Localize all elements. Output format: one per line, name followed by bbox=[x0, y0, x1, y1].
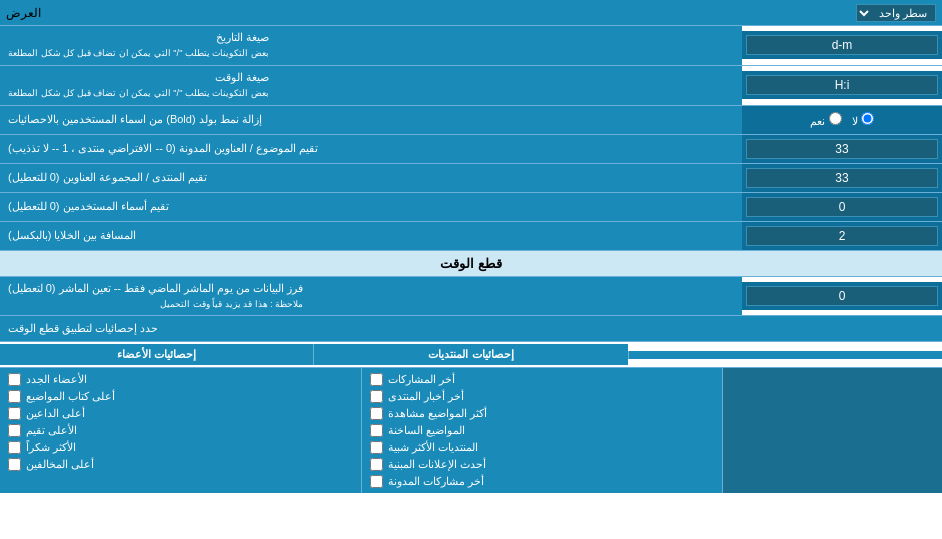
checkbox-top-violators[interactable] bbox=[8, 458, 21, 471]
checkbox-new-members[interactable] bbox=[8, 373, 21, 386]
radio-yes-label: نعم bbox=[810, 112, 841, 128]
time-format-input-container bbox=[742, 71, 942, 99]
checkboxes-section: إحصائيات المنتديات إحصائيات الأعضاء أخر … bbox=[0, 342, 942, 493]
cutoff-row: فرز البيانات من يوم الماشر الماضي فقط --… bbox=[0, 277, 942, 317]
forum-sort-label: تقيم المنتدى / المجموعة العناوين (0 للتع… bbox=[0, 164, 742, 192]
topics-sort-row: تقيم الموضوع / العناوين المدونة (0 -- ال… bbox=[0, 135, 942, 164]
top-label: العرض bbox=[6, 6, 41, 20]
spacing-input-container bbox=[742, 222, 942, 250]
checkbox-item: أعلى كتاب المواضيع bbox=[8, 388, 353, 405]
users-sort-input-container bbox=[742, 193, 942, 221]
cutoff-input-container bbox=[742, 282, 942, 310]
realtime-section-header: قطع الوقت bbox=[0, 251, 942, 277]
remove-bold-label: إزالة نمط بولد (Bold) من اسماء المستخدمي… bbox=[0, 106, 742, 134]
cutoff-label: فرز البيانات من يوم الماشر الماضي فقط --… bbox=[0, 277, 742, 316]
date-format-input-container bbox=[742, 31, 942, 59]
apply-row: حدد إحصائيات لتطبيق قطع الوقت bbox=[0, 316, 942, 342]
checkbox-top-posters[interactable] bbox=[8, 390, 21, 403]
remove-bold-row: لا نعم إزالة نمط بولد (Bold) من اسماء ال… bbox=[0, 106, 942, 135]
checkbox-top-referrers[interactable] bbox=[8, 407, 21, 420]
checkbox-item: المواضيع الساخنة bbox=[370, 422, 715, 439]
checkbox-blog[interactable] bbox=[370, 475, 383, 488]
col2-header: إحصائيات المنتديات bbox=[313, 344, 627, 365]
time-format-label: صيغة الوقتبعض التكوينات يتطلب "/" التي ي… bbox=[0, 66, 742, 105]
topics-sort-input[interactable] bbox=[746, 139, 938, 159]
checkbox-viewed[interactable] bbox=[370, 407, 383, 420]
users-sort-row: تقيم أسماء المستخدمين (0 للتعطيل) bbox=[0, 193, 942, 222]
checkboxes-content: أخر المشاركات أخر أخبار المنتدى أكثر الم… bbox=[0, 368, 942, 493]
topics-sort-label: تقيم الموضوع / العناوين المدونة (0 -- ال… bbox=[0, 135, 742, 163]
users-sort-input[interactable] bbox=[746, 197, 938, 217]
forum-sort-input[interactable] bbox=[746, 168, 938, 188]
checkbox-item: أخر مشاركات المدونة bbox=[370, 473, 715, 490]
display-select[interactable]: سطر واحدسطرينثلاثة أسطر bbox=[856, 4, 936, 22]
checkbox-top-rated[interactable] bbox=[8, 424, 21, 437]
radio-no-label: لا bbox=[852, 112, 874, 128]
checkbox-item: الأعلى تقيم bbox=[8, 422, 353, 439]
remove-bold-input-container: لا نعم bbox=[742, 106, 942, 134]
spacing-input[interactable] bbox=[746, 226, 938, 246]
top-row: سطر واحدسطرينثلاثة أسطر العرض bbox=[0, 0, 942, 26]
checkbox-item: الأكثر شكراً bbox=[8, 439, 353, 456]
checkbox-item: أخر المشاركات bbox=[370, 371, 715, 388]
users-sort-label: تقيم أسماء المستخدمين (0 للتعطيل) bbox=[0, 193, 742, 221]
checkbox-news[interactable] bbox=[370, 390, 383, 403]
cutoff-input[interactable] bbox=[746, 286, 938, 306]
checkboxes-col1: الأعضاء الجدد أعلى كتاب المواضيع أعلى ال… bbox=[0, 368, 361, 493]
checkbox-item: الأعضاء الجدد bbox=[8, 371, 353, 388]
checkbox-popular-forums[interactable] bbox=[370, 441, 383, 454]
topics-sort-input-container bbox=[742, 135, 942, 163]
checkbox-posts[interactable] bbox=[370, 373, 383, 386]
col1-header: إحصائيات الأعضاء bbox=[0, 344, 313, 365]
checkbox-item: أعلى الداعين bbox=[8, 405, 353, 422]
checkboxes-col2: أخر المشاركات أخر أخبار المنتدى أكثر الم… bbox=[361, 368, 723, 493]
radio-no[interactable] bbox=[861, 112, 874, 125]
checkbox-most-thanked[interactable] bbox=[8, 441, 21, 454]
date-format-input[interactable] bbox=[746, 35, 938, 55]
spacing-row: المسافة بين الخلايا (بالبكسل) bbox=[0, 222, 942, 251]
date-format-label: صيغة التاريخبعض التكوينات يتطلب "/" التي… bbox=[0, 26, 742, 65]
checkbox-item: أحدث الإعلانات المبنية bbox=[370, 456, 715, 473]
forum-sort-row: تقيم المنتدى / المجموعة العناوين (0 للتع… bbox=[0, 164, 942, 193]
time-format-input[interactable] bbox=[746, 75, 938, 95]
radio-yes[interactable] bbox=[829, 112, 842, 125]
checkboxes-header: إحصائيات المنتديات إحصائيات الأعضاء bbox=[0, 342, 942, 368]
checkboxes-col3 bbox=[722, 368, 942, 493]
checkbox-item: المنتديات الأكثر شبية bbox=[370, 439, 715, 456]
forum-sort-input-container bbox=[742, 164, 942, 192]
checkbox-item: أخر أخبار المنتدى bbox=[370, 388, 715, 405]
checkbox-announcements[interactable] bbox=[370, 458, 383, 471]
date-format-row: صيغة التاريخبعض التكوينات يتطلب "/" التي… bbox=[0, 26, 942, 66]
time-format-row: صيغة الوقتبعض التكوينات يتطلب "/" التي ي… bbox=[0, 66, 942, 106]
col3-header bbox=[628, 351, 942, 359]
spacing-label: المسافة بين الخلايا (بالبكسل) bbox=[0, 222, 742, 250]
checkbox-item: أكثر المواضيع مشاهدة bbox=[370, 405, 715, 422]
checkbox-hot[interactable] bbox=[370, 424, 383, 437]
checkbox-item: أعلى المخالفين bbox=[8, 456, 353, 473]
remove-bold-radios: لا نعم bbox=[802, 110, 881, 130]
